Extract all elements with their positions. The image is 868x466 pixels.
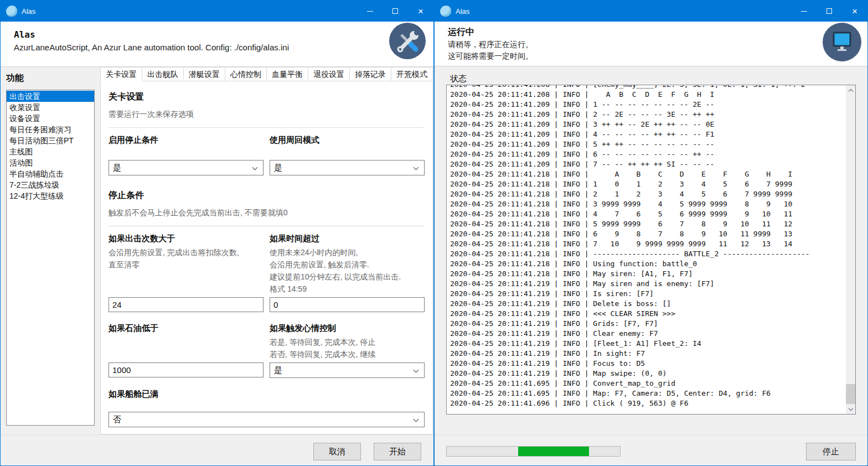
scrollbar-thumb[interactable]	[846, 384, 855, 404]
log-line: 2020-04-25 20:11:41.209 | INFO | 3 ++ ++…	[450, 120, 846, 130]
log-line: 2020-04-25 20:11:41.218 | INFO | 7 10 9 …	[450, 239, 846, 249]
log-line: 2020-04-25 20:11:41.218 | INFO | 3 9999 …	[450, 199, 846, 209]
log-line: 2020-04-25 20:11:41.219 | INFO | Is sire…	[450, 289, 846, 299]
sidebar-item[interactable]: 半自动辅助点击	[7, 168, 94, 179]
scroll-down-button[interactable]	[846, 405, 855, 414]
tab-item[interactable]: 潜艇设置	[184, 67, 225, 81]
maximize-icon	[826, 8, 832, 14]
log-line: 2020-04-25 20:11:41.695 | INFO | Map: F7…	[450, 389, 846, 398]
log-line: 2020-04-25 20:11:41.218 | INFO | A B C D…	[450, 169, 846, 179]
loop-mode-value: 是	[274, 163, 282, 172]
log-line: 2020-04-25 20:11:41.218 | INFO | -------…	[450, 249, 846, 259]
app-logo-icon	[440, 6, 451, 17]
sidebar-item[interactable]: 主线图	[7, 146, 94, 157]
tab-page: 关卡设置 需要运行一次来保存选项 启用停止条件 是 使用周回模式	[100, 81, 433, 434]
runner-status-line1: 请稍等，程序正在运行。	[448, 40, 867, 50]
close-icon: ×	[852, 7, 857, 16]
if-emotion-select[interactable]: 是	[270, 363, 425, 378]
field-label-if-dock: 如果船舱已满	[108, 389, 425, 400]
enable-stop-select[interactable]: 是	[108, 160, 264, 175]
section-desc-stop-condition: 触发后不会马上停止会先完成当前出击, 不需要就填0	[108, 207, 425, 219]
minimize-button[interactable]	[357, 1, 383, 22]
log-line: 2020-04-25 20:11:41.219 | INFO | <<< CLE…	[450, 309, 846, 319]
titlebar[interactable]: Alas ×	[435, 1, 867, 22]
sidebar-item[interactable]: 设备设置	[7, 113, 94, 124]
log-line: 2020-04-25 20:11:41.219 | INFO | Focus t…	[450, 359, 846, 369]
tab-item[interactable]: 血量平衡	[267, 67, 308, 81]
field-label-enable-stop: 启用停止条件	[108, 135, 264, 146]
log-line: 2020-04-25 20:11:41.218 | INFO | 2 1 2 3…	[450, 189, 846, 199]
tab-item[interactable]: 出击舰队	[142, 67, 184, 81]
log-line: 2020-04-25 20:11:41.696 | INFO | Click (…	[450, 398, 846, 408]
sidebar-list: 出击设置收菜设置设备设置每日任务困难演习每日活动图三倍PT主线图活动图半自动辅助…	[6, 90, 95, 426]
field-label-loop-mode: 使用周回模式	[270, 135, 425, 146]
scroll-up-button[interactable]	[846, 85, 855, 95]
sidebar-item[interactable]: 活动图	[7, 157, 94, 168]
field-desc-if-time: 使用未来24小时内的时间, 会沿用先前设置, 触发后清零. 建议提前10分钟左右…	[270, 246, 425, 297]
log-line: 2020-04-25 20:11:41.219 | INFO | Grids: …	[450, 319, 846, 329]
tab-item[interactable]: 心情控制	[225, 67, 267, 81]
loop-mode-select[interactable]: 是	[270, 160, 425, 175]
sidebar-item[interactable]: 出击设置	[7, 91, 94, 102]
minimize-icon	[801, 11, 807, 12]
close-button[interactable]: ×	[408, 1, 433, 22]
if-oil-input[interactable]	[108, 363, 264, 377]
chevron-down-icon	[252, 165, 258, 170]
log-box: 2020-04-25 20:11:41.208 | INFO | [enemy_…	[446, 85, 856, 415]
if-time-input[interactable]	[270, 297, 425, 312]
log-line: 2020-04-25 20:11:41.209 | INFO | 4 -- --…	[450, 130, 846, 139]
log-scrollbar[interactable]	[846, 85, 855, 414]
window-title: Alas	[456, 7, 469, 15]
runner-footer: 停止	[435, 434, 867, 465]
chevron-down-icon	[414, 367, 419, 373]
titlebar[interactable]: Alas ×	[1, 1, 433, 22]
log-line: 2020-04-25 20:11:41.218 | INFO | 5 9999 …	[450, 219, 846, 229]
runner-window: Alas × 运行中 请稍等，程序正在运行。 这可能将需要一定时间。 状态 20…	[434, 0, 868, 466]
log-line: 2020-04-25 20:11:41.219 | INFO | [Fleet_…	[450, 339, 846, 349]
config-window: Alas × Alas AzurLaneAutoScript, An Azur …	[0, 0, 434, 466]
stop-button[interactable]: 停止	[806, 443, 856, 460]
tab-item[interactable]: 退役设置	[308, 67, 350, 81]
log-line: 2020-04-25 20:11:41.209 | INFO | 1 -- --…	[450, 100, 846, 110]
log-line: 2020-04-25 20:11:41.218 | INFO | May sir…	[450, 269, 846, 279]
tabstrip: 关卡设置出击舰队潜艇设置心情控制血量平衡退役设置掉落记录开荒模式	[100, 67, 433, 81]
minimize-button[interactable]	[791, 1, 817, 22]
cancel-button[interactable]: 取消	[313, 443, 361, 460]
start-button[interactable]: 开始	[374, 443, 421, 460]
sidebar-item[interactable]: 7-2三战拣垃圾	[7, 179, 94, 190]
sidebar-item[interactable]: 每日活动图三倍PT	[7, 135, 94, 146]
divider	[108, 226, 425, 226]
sidebar-item[interactable]: 收菜设置	[7, 102, 94, 113]
if-dock-select[interactable]: 否	[108, 412, 425, 427]
sidebar-item[interactable]: 12-4打大型练级	[7, 190, 94, 201]
page-title: 关卡设置	[108, 91, 425, 103]
progress-bar	[446, 446, 621, 457]
maximize-button[interactable]	[383, 1, 408, 22]
page-desc: 需要运行一次来保存选项	[108, 108, 425, 120]
config-body: 功能 出击设置收菜设置设备设置每日任务困难演习每日活动图三倍PT主线图活动图半自…	[1, 67, 433, 434]
tab-active[interactable]: 关卡设置	[100, 67, 142, 81]
tab-area: 关卡设置出击舰队潜艇设置心情控制血量平衡退役设置掉落记录开荒模式 关卡设置 需要…	[100, 67, 436, 434]
app-header: Alas AzurLaneAutoScript, An Azur Lane au…	[1, 22, 433, 67]
log-line: 2020-04-25 20:11:41.208 | INFO | [enemy_…	[450, 85, 846, 90]
log-line: 2020-04-25 20:11:41.218 | INFO | Using f…	[450, 259, 846, 269]
close-button[interactable]: ×	[842, 1, 867, 22]
close-icon: ×	[418, 7, 423, 16]
if-dock-value: 否	[113, 415, 121, 424]
chevron-down-icon	[414, 417, 419, 422]
log-line: 2020-04-25 20:11:41.219 | INFO | May sir…	[450, 279, 846, 289]
minimize-icon	[367, 11, 373, 12]
divider	[108, 127, 425, 128]
field-label-if-oil: 如果石油低于	[108, 323, 264, 334]
runner-header: 运行中 请稍等，程序正在运行。 这可能将需要一定时间。	[435, 22, 867, 66]
sidebar-item[interactable]: 每日任务困难演习	[7, 124, 94, 135]
log-line: 2020-04-25 20:11:41.209 | INFO | 6 -- --…	[450, 149, 846, 159]
log-line: 2020-04-25 20:11:41.209 | INFO | 7 -- --…	[450, 159, 846, 169]
log-line: 2020-04-25 20:11:41.219 | INFO | Clear e…	[450, 329, 846, 339]
field-label-if-count: 如果出击次数大于	[108, 234, 264, 244]
if-count-input[interactable]	[108, 297, 264, 312]
maximize-button[interactable]	[817, 1, 842, 22]
tab-item[interactable]: 开荒模式	[391, 67, 433, 81]
field-desc-if-count: 会沿用先前设置, 完成出击将扣除次数, 直至清零	[108, 246, 264, 297]
tab-item[interactable]: 掉落记录	[350, 67, 391, 81]
